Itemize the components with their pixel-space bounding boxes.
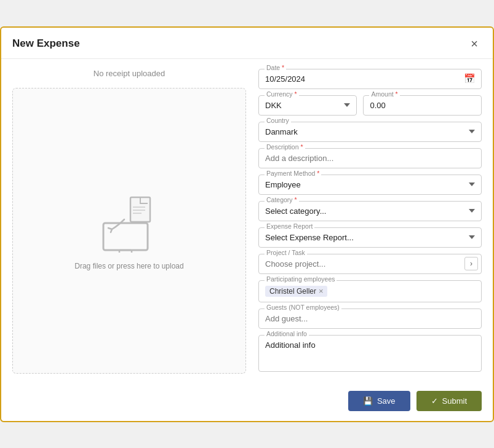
dialog-body: No receipt uploaded	[1, 59, 493, 383]
left-panel: No receipt uploaded	[12, 69, 246, 374]
svg-rect-0	[103, 223, 148, 250]
expense-report-label: Expense Report	[265, 222, 314, 230]
save-icon: 💾	[363, 396, 373, 406]
payment-method-label: Payment Method *	[265, 170, 321, 177]
project-input[interactable]	[258, 254, 482, 274]
country-select[interactable]: Danmark Germany Sweden	[258, 122, 482, 142]
guests-label: Guests (NOT employees)	[265, 304, 341, 311]
participant-remove-button[interactable]: ×	[319, 287, 324, 295]
participant-name: Christel Geller	[269, 287, 316, 296]
save-button[interactable]: 💾 Save	[348, 391, 410, 411]
upload-icon	[92, 191, 166, 254]
close-button[interactable]: ×	[467, 36, 482, 51]
guests-field-group: Guests (NOT employees)	[258, 308, 482, 329]
guests-input[interactable]	[258, 308, 482, 329]
amount-input[interactable]	[363, 95, 482, 116]
upload-area[interactable]: Drag files or press here to upload	[12, 88, 246, 374]
date-field-group: Date * 📅	[258, 69, 482, 89]
date-input[interactable]	[258, 69, 482, 89]
description-label: Description *	[265, 143, 305, 151]
no-receipt-text: No receipt uploaded	[94, 69, 165, 78]
expense-report-field-group: Expense Report Select Expense Report...	[258, 227, 482, 248]
country-field-group: Country Danmark Germany Sweden	[258, 122, 482, 142]
upload-caption: Drag files or press here to upload	[74, 262, 183, 270]
description-field-group: Description *	[258, 148, 482, 168]
right-panel: Date * 📅 Currency * DKK EUR USD	[258, 69, 482, 374]
submit-button[interactable]: ✓ Submit	[416, 391, 482, 411]
currency-select[interactable]: DKK EUR USD	[258, 95, 357, 116]
dialog-title: New Expense	[12, 37, 80, 50]
category-select[interactable]: Select category...	[258, 201, 482, 221]
description-input[interactable]	[258, 148, 482, 168]
currency-amount-row: Currency * DKK EUR USD Amount *	[258, 95, 482, 116]
participating-field[interactable]: Christel Geller ×	[258, 280, 482, 302]
new-expense-dialog: New Expense × No receipt uploaded	[0, 26, 494, 422]
participating-label: Participating employees	[265, 275, 337, 283]
category-field-group: Category * Select category...	[258, 201, 482, 221]
additional-info-label: Additional info	[265, 330, 309, 337]
participating-field-group: Participating employees Christel Geller …	[258, 280, 482, 302]
svg-rect-1	[119, 250, 132, 253]
dialog-footer: 💾 Save ✓ Submit	[1, 383, 493, 421]
additional-info-field-group: Additional info Additional info	[258, 335, 482, 374]
currency-field-group: Currency * DKK EUR USD	[258, 95, 357, 116]
expense-report-select[interactable]: Select Expense Report...	[258, 227, 482, 248]
save-label: Save	[377, 396, 396, 406]
amount-field-group: Amount *	[363, 95, 482, 116]
date-label: Date *	[265, 64, 286, 71]
project-field-group: Project / Task ›	[258, 254, 482, 274]
dialog-header: New Expense ×	[1, 28, 493, 59]
submit-label: Submit	[442, 396, 467, 406]
currency-label: Currency *	[265, 90, 299, 98]
category-label: Category *	[265, 196, 299, 203]
payment-method-select[interactable]: Employee Company	[258, 175, 482, 195]
additional-info-textarea[interactable]: Additional info	[258, 335, 482, 372]
payment-method-field-group: Payment Method * Employee Company	[258, 175, 482, 195]
country-label: Country	[265, 117, 291, 124]
participant-tag: Christel Geller ×	[265, 286, 327, 297]
amount-label: Amount *	[369, 90, 399, 98]
check-icon: ✓	[431, 396, 438, 406]
project-arrow-button[interactable]: ›	[464, 257, 478, 270]
project-label: Project / Task	[265, 249, 307, 256]
